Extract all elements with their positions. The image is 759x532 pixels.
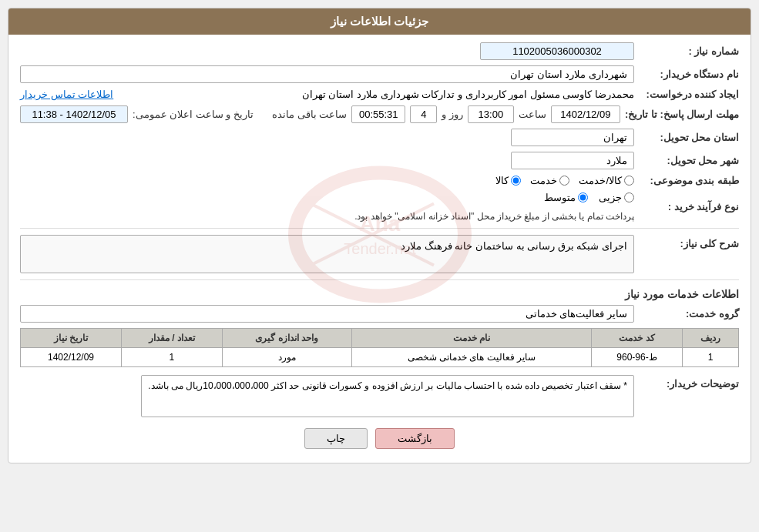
cell-row: 1 [682,348,738,367]
category-kala-item: کالا [495,175,521,186]
announce-date: 1402/12/05 - 11:38 [20,105,128,123]
col-unit: واحد اندازه گیری [222,329,351,348]
category-label: طبقه بندی موضوعی: [639,175,739,186]
city-row: شهر محل تحویل: ملارد [20,152,739,169]
service-group-value: سایر فعالیت‌های خدماتی [20,305,634,323]
category-kala-radio[interactable] [511,176,521,186]
category-service-radio[interactable] [559,176,569,186]
category-both-radio[interactable] [624,176,634,186]
province-value: تهران [511,129,634,146]
deadline-time-label: ساعت [519,109,546,120]
table-row: 1ط-96-960سایر فعالیت های خدماتی شخصیمورد… [21,348,739,367]
buyer-org-value: شهرداری ملارد استان تهران [20,65,634,83]
deadline-time: 13:00 [468,105,514,123]
service-group-row: گروه خدمت: سایر فعالیت‌های خدماتی [20,305,739,323]
col-name: نام خدمت [351,329,592,348]
category-radio-group: کالا خدمت کالا/خدمت [495,175,634,186]
col-quantity: تعداد / مقدار [121,329,222,348]
col-date: تاریخ نیاز [21,329,122,348]
announce-label: تاریخ و ساعت اعلان عمومی: [133,109,254,120]
category-both-item: کالا/خدمت [579,175,634,186]
description-label: شرح کلی نیاز: [639,235,739,249]
remaining-label: ساعت باقی مانده [272,109,347,120]
cell-date: 1402/12/09 [21,348,122,367]
procurement-row: نوع فرآیند خرید : جزیی متوسط پرداخت تمام… [20,192,739,222]
deadline-date: 1402/12/09 [551,105,620,123]
procurement-mota-radio[interactable] [578,192,588,202]
description-row: شرح کلی نیاز: اجرای شبکه برق رسانی به سا… [20,235,739,273]
remaining-time: 00:55:31 [351,105,405,123]
print-button[interactable]: چاپ [304,428,368,449]
page-title: جزئیات اطلاعات نیاز [8,8,751,35]
province-row: استان محل تحویل: تهران [20,129,739,146]
procurement-mota-item: متوسط [544,192,588,203]
category-row: طبقه بندی موضوعی: کالا خدمت کالا/خدمت [20,175,739,186]
creator-value: محمدرضا کاوسی مسئول امور کاربرداری و تدا… [126,89,634,100]
procurement-jozi-radio[interactable] [624,192,634,202]
deadline-label: مهلت ارسال پاسخ: تا تاریخ: [625,109,739,120]
procurement-options: جزیی متوسط [544,192,634,203]
days-label: روز و [442,109,463,120]
category-service-label: خدمت [530,175,557,186]
col-row: ردیف [682,329,738,348]
buyer-org-label: نام دستگاه خریدار: [639,69,739,80]
services-section-title: اطلاعات خدمات مورد نیاز [20,288,739,300]
procurement-note: پرداخت تمام یا بخشی از مبلغ خریداز محل "… [354,211,634,222]
category-service-item: خدمت [530,175,569,186]
divider-2 [20,279,739,280]
days-value: 4 [410,105,437,123]
description-value: اجرای شبکه برق رسانی به ساختمان خانه فره… [20,235,634,273]
procurement-label: نوع فرآیند خرید : [639,201,739,212]
category-kala-label: کالا [495,175,509,186]
cell-unit: مورد [222,348,351,367]
creator-row: ایجاد کننده درخواست: محمدرضا کاوسی مسئول… [20,89,739,100]
need-number-row: شماره نیاز : 1102005036000302 [20,42,739,60]
table-header-row: ردیف کد خدمت نام خدمت واحد اندازه گیری ت… [21,329,739,348]
buttons-row: بازگشت چاپ [20,428,739,449]
need-number-value: 1102005036000302 [480,42,634,60]
service-group-label: گروه خدمت: [639,308,739,320]
city-value: ملارد [511,152,634,169]
back-button[interactable]: بازگشت [375,428,455,449]
need-number-label: شماره نیاز : [639,45,739,57]
buyer-org-row: نام دستگاه خریدار: شهرداری ملارد استان ت… [20,65,739,83]
creator-label: ایجاد کننده درخواست: [639,89,739,100]
buyer-notes-label: توضیحات خریدار: [639,375,739,390]
contact-link[interactable]: اطلاعات تماس خریدار [20,89,113,100]
procurement-mota-label: متوسط [544,192,576,203]
procurement-jozi-label: جزیی [599,192,622,203]
cell-quantity: 1 [121,348,222,367]
divider-1 [20,228,739,229]
province-label: استان محل تحویل: [639,132,739,143]
buyer-notes-row: توضیحات خریدار: * سقف اعتبار تخصیص داده … [20,375,739,417]
col-code: کد خدمت [592,329,683,348]
main-card: Ana Tender.net جزئیات اطلاعات نیاز شماره… [8,8,751,463]
cell-service_code: ط-96-960 [592,348,683,367]
category-both-label: کالا/خدمت [579,175,622,186]
city-label: شهر محل تحویل: [639,155,739,166]
deadline-row: مهلت ارسال پاسخ: تا تاریخ: 1402/12/09 سا… [20,105,739,123]
buyer-notes-value: * سقف اعتبار تخصیص داده شده با احتساب ما… [141,375,634,417]
procurement-jozi-item: جزیی [599,192,634,203]
services-table: ردیف کد خدمت نام خدمت واحد اندازه گیری ت… [20,328,739,367]
cell-service_name: سایر فعالیت های خدماتی شخصی [351,348,592,367]
